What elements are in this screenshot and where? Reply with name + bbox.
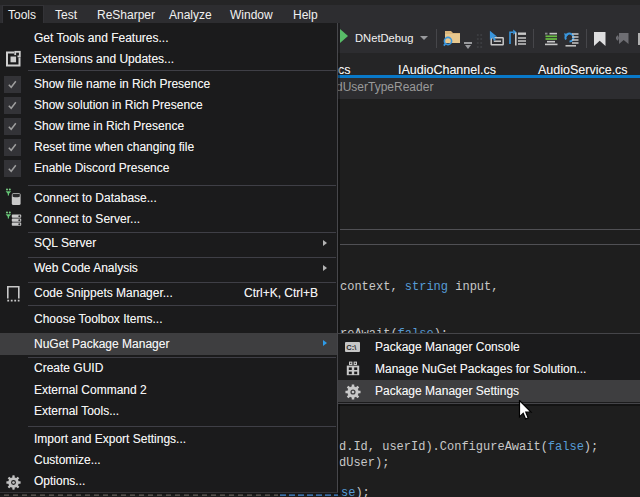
svg-text:C:\: C:\ xyxy=(346,342,357,351)
